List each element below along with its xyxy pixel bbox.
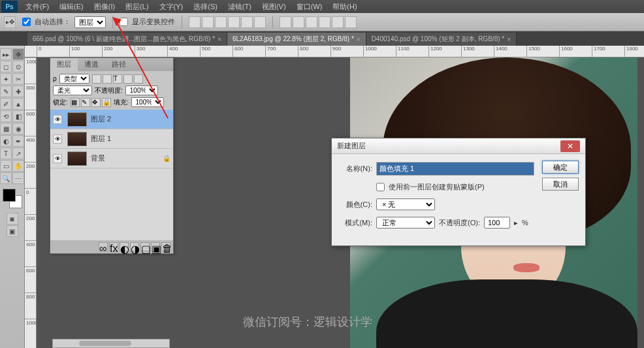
close-icon[interactable]: × bbox=[507, 36, 511, 43]
blur-tool-icon[interactable]: ◉ bbox=[12, 123, 24, 134]
align-icon[interactable] bbox=[215, 16, 227, 28]
distribute-icon[interactable] bbox=[280, 16, 291, 28]
align-icon[interactable] bbox=[202, 16, 214, 28]
show-controls-checkbox[interactable] bbox=[120, 18, 128, 26]
close-button[interactable]: ✕ bbox=[560, 140, 580, 152]
align-icon[interactable] bbox=[189, 16, 201, 28]
scrollbar-horizontal[interactable] bbox=[52, 339, 170, 348]
menu-filter[interactable]: 滤镜(T) bbox=[223, 1, 257, 13]
visibility-icon[interactable]: 👁 bbox=[53, 134, 62, 144]
crop-tool-icon[interactable]: ✂ bbox=[12, 73, 24, 85]
shape-tool-icon[interactable]: ▭ bbox=[0, 160, 12, 172]
layer-item[interactable]: 👁 背景 🔒 bbox=[50, 149, 173, 168]
distribute-icon[interactable] bbox=[306, 16, 317, 28]
menu-view[interactable]: 视图(V) bbox=[257, 1, 291, 13]
color-swatches[interactable] bbox=[3, 189, 22, 208]
heal-tool-icon[interactable]: ✚ bbox=[12, 86, 24, 97]
pen-tool-icon[interactable]: ✒ bbox=[12, 135, 24, 147]
menu-help[interactable]: 帮助(H) bbox=[327, 1, 362, 13]
dodge-tool-icon[interactable]: ◐ bbox=[0, 135, 12, 147]
menu-file[interactable]: 文件(F) bbox=[20, 1, 54, 13]
distribute-icon[interactable] bbox=[332, 16, 344, 28]
visibility-icon[interactable]: 👁 bbox=[53, 115, 62, 124]
gradient-tool-icon[interactable]: ▦ bbox=[0, 123, 12, 134]
close-icon[interactable]: × bbox=[217, 36, 221, 43]
mask-icon[interactable]: ◐ bbox=[120, 242, 129, 251]
history-tool-icon[interactable]: ⟲ bbox=[0, 110, 12, 122]
new-layer-icon[interactable]: ▣ bbox=[151, 242, 160, 251]
lock-all-icon[interactable]: 🔒 bbox=[102, 98, 111, 107]
extra-tool-icon[interactable]: ⋯ bbox=[12, 172, 24, 184]
layer-filter-dropdown[interactable]: 类型 bbox=[59, 74, 89, 84]
doc-tab[interactable]: 666.psd @ 100% (6 \ 新建纯色调...图层...颜色为黑色, … bbox=[27, 33, 227, 46]
opacity-unit: % bbox=[522, 219, 528, 227]
marquee-tool-icon[interactable]: ◻ bbox=[0, 61, 12, 72]
color-dropdown[interactable]: × 无 bbox=[376, 198, 435, 210]
eraser-tool-icon[interactable]: ◧ bbox=[12, 110, 24, 122]
panel-tab-channels[interactable]: 通道 bbox=[78, 58, 105, 71]
filter-pixel-icon[interactable] bbox=[92, 74, 101, 84]
layer-thumbnail bbox=[67, 132, 87, 146]
quickmask-icon[interactable]: ◙ bbox=[7, 213, 18, 225]
menu-type[interactable]: 文字(Y) bbox=[154, 1, 189, 13]
menu-edit[interactable]: 编辑(E) bbox=[54, 1, 89, 13]
opacity-label: 不透明度(O): bbox=[439, 218, 480, 228]
filter-adjustment-icon[interactable] bbox=[103, 74, 112, 84]
filter-type-icon[interactable]: T bbox=[113, 74, 122, 84]
lock-position-icon[interactable]: ✥ bbox=[91, 98, 101, 107]
ok-button[interactable]: 确定 bbox=[542, 161, 579, 174]
align-icon[interactable] bbox=[254, 16, 266, 28]
wand-tool-icon[interactable]: ✦ bbox=[0, 73, 12, 85]
cancel-button[interactable]: 取消 bbox=[542, 178, 579, 191]
eyedropper-tool-icon[interactable]: ✎ bbox=[0, 86, 12, 97]
align-icon[interactable] bbox=[228, 16, 240, 28]
panel-tab-layers[interactable]: 图层 bbox=[50, 58, 78, 71]
move-tool-icon[interactable]: ✥ bbox=[12, 48, 24, 60]
name-input[interactable]: 颜色填充 1 bbox=[376, 162, 534, 176]
opacity-dropdown[interactable]: 100% bbox=[125, 86, 158, 95]
hand-tool-icon[interactable]: ✋ bbox=[12, 160, 24, 172]
adjustment-icon[interactable]: ◑ bbox=[130, 242, 139, 251]
auto-select-checkbox[interactable] bbox=[22, 18, 31, 26]
filter-shape-icon[interactable] bbox=[123, 74, 133, 84]
tab-icon[interactable]: ▸▸ bbox=[0, 48, 12, 60]
link-layers-icon[interactable]: ∞ bbox=[99, 242, 108, 251]
clip-mask-checkbox[interactable] bbox=[376, 183, 385, 191]
auto-select-dropdown[interactable]: 图层 bbox=[74, 16, 106, 28]
type-tool-icon[interactable]: T bbox=[0, 148, 12, 159]
menu-image[interactable]: 图像(I) bbox=[89, 1, 120, 13]
doc-tab[interactable]: D400140.psd @ 100% (矩形 2 副本, RGB/8) *× bbox=[366, 33, 517, 46]
visibility-icon[interactable]: 👁 bbox=[53, 154, 62, 163]
menu-select[interactable]: 选择(S) bbox=[188, 1, 223, 13]
align-icon[interactable] bbox=[241, 16, 253, 28]
menu-window[interactable]: 窗口(W) bbox=[291, 1, 328, 13]
doc-tab-active[interactable]: 6L2A6183.jpg @ 22.8% (图层 2, RGB/8) *× bbox=[227, 33, 366, 46]
close-icon[interactable]: × bbox=[357, 36, 361, 43]
panel-tab-paths[interactable]: 路径 bbox=[105, 58, 133, 71]
zoom-tool-icon[interactable]: 🔍 bbox=[0, 172, 12, 184]
lock-pixels-icon[interactable]: ✎ bbox=[81, 98, 90, 107]
mode-dropdown[interactable]: 正常 bbox=[376, 217, 435, 229]
screenmode-icon[interactable]: ▣ bbox=[7, 225, 18, 237]
lock-transparent-icon[interactable]: ▦ bbox=[71, 98, 80, 107]
menu-layer[interactable]: 图层(L) bbox=[120, 1, 153, 13]
group-icon[interactable]: ▢ bbox=[140, 242, 150, 251]
fg-color-swatch[interactable] bbox=[3, 189, 16, 202]
document-tabs: 666.psd @ 100% (6 \ 新建纯色调...图层...颜色为黑色, … bbox=[0, 31, 644, 46]
blend-mode-dropdown[interactable]: 柔光 bbox=[53, 86, 92, 95]
move-tool-icon[interactable]: ▸✥ bbox=[4, 16, 16, 28]
filter-smart-icon[interactable] bbox=[134, 74, 143, 84]
fill-dropdown[interactable]: 100% bbox=[131, 97, 164, 107]
distribute-icon[interactable] bbox=[345, 16, 357, 28]
distribute-icon[interactable] bbox=[319, 16, 330, 28]
layer-item[interactable]: 👁 图层 1 bbox=[50, 129, 173, 149]
fx-icon[interactable]: fx bbox=[109, 242, 118, 251]
path-tool-icon[interactable]: ↗ bbox=[12, 148, 24, 159]
brush-tool-icon[interactable]: ✐ bbox=[0, 98, 12, 110]
lasso-tool-icon[interactable]: ⊙ bbox=[12, 61, 24, 72]
opacity-input[interactable] bbox=[484, 217, 510, 229]
trash-icon[interactable]: 🗑 bbox=[161, 242, 170, 251]
stamp-tool-icon[interactable]: ▲ bbox=[12, 98, 24, 110]
distribute-icon[interactable] bbox=[293, 16, 304, 28]
layer-item[interactable]: 👁 图层 2 bbox=[50, 110, 173, 129]
